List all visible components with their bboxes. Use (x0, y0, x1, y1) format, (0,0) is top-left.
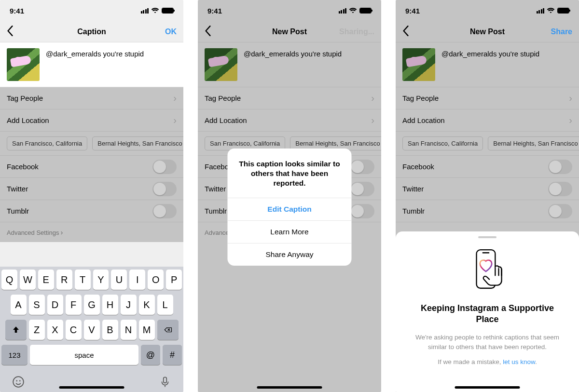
caption-row: @dark_emeralds you're stupid (198, 42, 381, 87)
key-p[interactable]: P (166, 270, 182, 290)
tag-people-row: Tag People› (396, 87, 579, 109)
status-icons (141, 8, 174, 14)
key-g[interactable]: G (84, 295, 100, 315)
chevron-right-icon: › (371, 93, 374, 104)
sheet-text: If we made a mistake, (438, 358, 503, 365)
key-space[interactable]: space (30, 345, 138, 365)
location-chip: San Francisco, California (402, 136, 483, 150)
share-facebook-row: Facebook (0, 156, 183, 178)
screen-supportive-sheet: 9:41 New Post Share @dark_emeralds you'r… (396, 0, 579, 392)
screen-warning-modal: 9:41 New Post Sharing... @dark_emeralds … (198, 0, 381, 392)
key-backspace[interactable] (157, 320, 179, 340)
key-a[interactable]: A (11, 295, 27, 315)
key-n[interactable]: N (121, 320, 137, 340)
key-r[interactable]: R (56, 270, 72, 290)
add-location-row[interactable]: Add Location› (0, 109, 183, 132)
chevron-right-icon: › (569, 115, 572, 126)
keyboard[interactable]: Q W E R T Y U I O P A S D F G H J K L Z … (0, 267, 183, 392)
key-k[interactable]: K (139, 295, 155, 315)
share-twitter-row: Twitter (396, 178, 579, 200)
row-label: Tag People (205, 94, 241, 102)
share-button[interactable]: Share (551, 27, 572, 36)
home-indicator[interactable] (455, 386, 520, 389)
toggle-facebook[interactable] (152, 160, 177, 174)
key-v[interactable]: V (84, 320, 100, 340)
key-hash[interactable]: # (163, 345, 182, 365)
status-bar: 9:41 (198, 0, 381, 21)
let-us-know-link[interactable]: let us know (503, 358, 535, 365)
battery-icon (557, 8, 569, 14)
location-chip[interactable]: Bernal Heights, San Francisco (92, 136, 183, 150)
chevron-right-icon: › (173, 93, 177, 104)
keyboard-row-1: Q W E R T Y U I O P (1, 270, 182, 290)
home-indicator[interactable] (257, 386, 322, 389)
microphone-icon[interactable] (159, 376, 171, 388)
emoji-icon[interactable] (12, 376, 25, 388)
add-location-row: Add Location› (198, 109, 381, 132)
key-c[interactable]: C (66, 320, 82, 340)
key-l[interactable]: L (157, 295, 173, 315)
ok-button[interactable]: OK (165, 27, 177, 36)
key-at[interactable]: @ (141, 345, 160, 365)
key-i[interactable]: I (129, 270, 145, 290)
caption-text: @dark_emeralds you're stupid (441, 48, 539, 58)
learn-more-button[interactable]: Learn More (228, 220, 352, 243)
key-e[interactable]: E (38, 270, 54, 290)
status-time: 9:41 (405, 7, 420, 15)
chevron-right-icon: › (371, 115, 374, 126)
row-label: Tumblr (7, 207, 29, 215)
caption-input[interactable]: @dark_emeralds you're stupid (46, 48, 144, 58)
status-bar: 9:41 (0, 0, 183, 21)
key-m[interactable]: M (139, 320, 155, 340)
edit-caption-button[interactable]: Edit Caption (228, 198, 352, 220)
battery-icon (359, 8, 372, 14)
chevron-right-icon: › (569, 93, 572, 104)
location-chip: Bernal Heights, San Francisco (488, 136, 579, 150)
sheet-mistake-line: If we made a mistake, let us know. (408, 357, 566, 367)
battery-icon (162, 8, 174, 14)
sheet-grabber[interactable] (478, 236, 496, 238)
post-thumbnail[interactable] (7, 48, 40, 81)
key-b[interactable]: B (102, 320, 118, 340)
location-chip[interactable]: San Francisco, California (7, 136, 87, 150)
key-y[interactable]: Y (93, 270, 109, 290)
row-label: Twitter (205, 185, 226, 193)
row-label: Tag People (402, 94, 439, 102)
caption-text: @dark_emeralds you're stupid (244, 48, 342, 58)
sheet-text: . (535, 358, 537, 365)
advanced-settings-row[interactable]: Advanced Settings› (0, 222, 183, 242)
share-anyway-button[interactable]: Share Anyway (228, 243, 352, 266)
toggle-twitter[interactable] (152, 182, 177, 196)
home-indicator[interactable] (59, 386, 124, 389)
cellular-icon (537, 8, 545, 14)
row-label: Twitter (7, 185, 28, 193)
tag-people-row: Tag People› (198, 87, 381, 109)
key-x[interactable]: X (47, 320, 63, 340)
tag-people-row[interactable]: Tag People› (0, 87, 183, 109)
keyboard-row-4: 123 space @ # (1, 345, 182, 365)
key-w[interactable]: W (20, 270, 36, 290)
post-thumbnail (205, 48, 237, 81)
key-j[interactable]: J (121, 295, 137, 315)
chevron-right-icon: › (173, 115, 177, 126)
status-time: 9:41 (10, 7, 24, 15)
key-z[interactable]: Z (29, 320, 45, 340)
svg-point-1 (16, 380, 17, 382)
location-chips: San Francisco, California Bernal Heights… (396, 132, 579, 156)
sheet-body: We're asking people to rethink captions … (408, 333, 566, 351)
key-q[interactable]: Q (1, 270, 17, 290)
key-d[interactable]: D (47, 295, 63, 315)
toggle-tumblr[interactable] (152, 204, 177, 218)
key-f[interactable]: F (66, 295, 82, 315)
key-u[interactable]: U (111, 270, 127, 290)
caption-row[interactable]: @dark_emeralds you're stupid (0, 42, 183, 87)
nav-bar: New Post Sharing... (198, 21, 381, 42)
key-shift[interactable] (5, 320, 27, 340)
key-o[interactable]: O (148, 270, 164, 290)
key-s[interactable]: S (29, 295, 45, 315)
row-label: Tag People (7, 94, 43, 102)
chevron-right-icon: › (60, 228, 63, 236)
key-numbers[interactable]: 123 (1, 345, 28, 365)
key-h[interactable]: H (102, 295, 118, 315)
key-t[interactable]: T (75, 270, 91, 290)
